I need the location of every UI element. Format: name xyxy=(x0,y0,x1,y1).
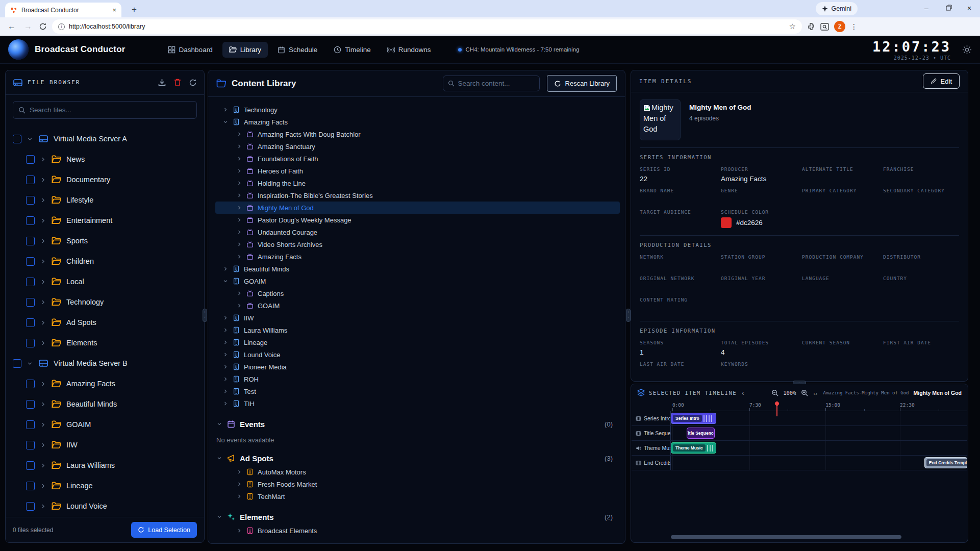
track-lane[interactable]: Theme Music xyxy=(671,441,967,455)
content-tree-row[interactable]: GOAIM xyxy=(215,275,620,287)
right-resize-handle[interactable]: ⋮⋮ xyxy=(626,309,631,322)
timeline-clip[interactable]: End Credits Template xyxy=(924,457,967,468)
edit-button[interactable]: Edit xyxy=(923,73,960,89)
content-tree-row[interactable]: Video Shorts Archives xyxy=(215,238,620,251)
folder-row[interactable]: Sports xyxy=(6,231,204,251)
checkbox[interactable] xyxy=(26,318,35,327)
folder-row[interactable]: Lineage xyxy=(6,475,204,496)
checkbox[interactable] xyxy=(26,216,35,225)
content-tree-row[interactable]: Lineage xyxy=(215,336,620,348)
folder-row[interactable]: Children xyxy=(6,251,204,271)
content-tree-row[interactable]: Foundations of Faith xyxy=(215,153,620,165)
nav-item-library[interactable]: Library xyxy=(222,42,268,58)
server-row[interactable]: Virtual Media Server A xyxy=(6,129,204,149)
gemini-badge[interactable]: Gemini xyxy=(816,2,858,15)
content-tree-row[interactable]: GOAIM xyxy=(215,299,620,312)
rescan-library-button[interactable]: Rescan Library xyxy=(547,75,617,92)
left-resize-handle[interactable]: ⋮⋮ xyxy=(203,309,207,322)
content-search-input[interactable] xyxy=(458,80,535,87)
nav-item-timeline[interactable]: Timeline xyxy=(327,42,378,58)
track-lane[interactable]: Series Intro xyxy=(671,411,967,425)
extensions-icon[interactable] xyxy=(807,22,815,31)
tab-close-icon[interactable]: × xyxy=(112,6,116,14)
content-tree-row[interactable]: Holding the Line xyxy=(215,177,620,189)
checkbox[interactable] xyxy=(26,461,35,470)
content-tree-scroll[interactable]: Technology Amazing Facts Amazing Facts W… xyxy=(208,97,625,543)
folder-row[interactable]: GOAIM xyxy=(6,414,204,435)
content-tree-row[interactable]: Technology xyxy=(215,104,620,116)
bookmark-star-icon[interactable]: ☆ xyxy=(789,22,796,31)
fit-width-icon[interactable]: ↔ xyxy=(813,389,819,396)
back-icon[interactable]: ← xyxy=(6,22,17,31)
folder-row[interactable]: Laura Williams xyxy=(6,455,204,475)
nav-item-dashboard[interactable]: Dashboard xyxy=(161,42,219,58)
checkbox[interactable] xyxy=(26,278,35,286)
checkbox[interactable] xyxy=(26,176,35,184)
content-tree-row[interactable]: Amazing Facts xyxy=(215,251,620,263)
zoom-out-icon[interactable] xyxy=(771,389,778,396)
folder-row[interactable]: Local xyxy=(6,271,204,292)
content-tree-row[interactable]: Amazing Sanctuary xyxy=(215,140,620,153)
minimize-button[interactable]: – xyxy=(922,4,931,12)
content-tree-row[interactable]: Beautiful Minds xyxy=(215,263,620,275)
folder-row[interactable]: IIW xyxy=(6,435,204,455)
checkbox[interactable] xyxy=(26,482,35,490)
content-tree-row[interactable]: IIW xyxy=(215,312,620,324)
settings-gear-icon[interactable] xyxy=(962,45,972,55)
zoom-in-icon[interactable] xyxy=(801,389,808,396)
content-tree-row[interactable]: ROH xyxy=(215,373,620,385)
content-tree-row[interactable]: Pastor Doug's Weekly Message xyxy=(215,214,620,226)
content-tree-row[interactable]: Amazing Facts With Doug Batchlor xyxy=(215,128,620,140)
timeline-clip[interactable]: Title Sequence xyxy=(687,428,715,439)
content-tree-row[interactable]: Inspiration-The Bible's Greatest Stories xyxy=(215,189,620,202)
content-tree-row[interactable]: Amazing Facts xyxy=(215,116,620,128)
browser-menu-icon[interactable]: ⋮ xyxy=(850,22,858,31)
trash-icon[interactable] xyxy=(173,78,182,87)
server-row[interactable]: Virtual Media Server B xyxy=(6,353,204,373)
content-search[interactable] xyxy=(443,76,540,91)
timeline-ruler[interactable]: 0:00 7:30 15:00 22:30 xyxy=(671,401,967,411)
content-tree-row[interactable]: Laura Williams xyxy=(215,324,620,336)
sidebar-search-icon[interactable] xyxy=(820,23,829,31)
track-lane[interactable]: End Credits Template xyxy=(671,456,967,470)
folder-row[interactable]: Documentary xyxy=(6,169,204,190)
track-lane[interactable]: Title Sequence xyxy=(671,426,967,440)
playhead-head[interactable] xyxy=(774,400,780,406)
checkbox[interactable] xyxy=(26,400,35,409)
section-item-row[interactable]: AutoMax Motors xyxy=(215,466,620,478)
section-header[interactable]: Ad Spots (3) xyxy=(215,450,620,466)
checkbox[interactable] xyxy=(13,359,21,368)
restore-button[interactable] xyxy=(944,4,953,12)
content-tree-row[interactable]: TIH xyxy=(215,397,620,410)
load-selection-button[interactable]: Load Selection xyxy=(131,522,197,538)
folder-row[interactable]: News xyxy=(6,149,204,169)
checkbox[interactable] xyxy=(26,237,35,245)
checkbox[interactable] xyxy=(26,420,35,429)
content-tree-row[interactable]: Pioneer Media xyxy=(215,361,620,373)
folder-row[interactable]: Technology xyxy=(6,292,204,312)
folder-row[interactable]: Lound Voice xyxy=(6,496,204,516)
section-item-row[interactable]: Fresh Foods Market xyxy=(215,478,620,490)
url-bar[interactable]: i http://localhost:5000/library ☆ xyxy=(52,19,802,34)
timeline-clip[interactable]: Series Intro xyxy=(671,413,716,424)
forward-icon[interactable]: → xyxy=(22,22,34,31)
section-header[interactable]: Events (0) xyxy=(215,416,620,432)
timeline-clip[interactable]: Theme Music xyxy=(671,442,716,454)
site-info-icon[interactable]: i xyxy=(58,23,65,30)
content-tree-row[interactable]: Test xyxy=(215,385,620,397)
checkbox[interactable] xyxy=(26,257,35,266)
folder-row[interactable]: Ad Spots xyxy=(6,312,204,333)
checkbox[interactable] xyxy=(26,441,35,449)
section-header[interactable]: Elements (2) xyxy=(215,509,620,524)
close-button[interactable]: × xyxy=(965,4,974,12)
reload-icon[interactable] xyxy=(39,22,47,31)
nav-item-rundowns[interactable]: Rundowns xyxy=(381,42,438,58)
checkbox[interactable] xyxy=(26,380,35,388)
checkbox[interactable] xyxy=(26,502,35,511)
checkbox[interactable] xyxy=(26,155,35,164)
content-tree-row[interactable]: Mighty Men of God xyxy=(215,202,620,214)
checkbox[interactable] xyxy=(13,135,21,143)
download-icon[interactable] xyxy=(158,78,166,87)
refresh-icon[interactable] xyxy=(189,79,197,87)
section-item-row[interactable]: Broadcast Elements xyxy=(215,524,620,537)
